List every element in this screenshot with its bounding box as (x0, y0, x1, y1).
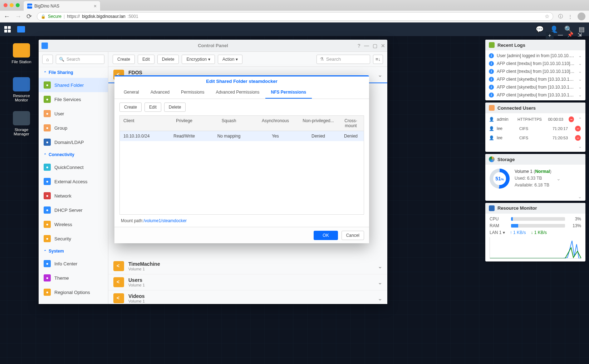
profile-icon[interactable] (578, 13, 585, 20)
chevron-down-icon[interactable]: ⌄ (378, 263, 382, 270)
chevron-down-icon[interactable]: ⌄ (578, 85, 582, 90)
window-maximize[interactable] (16, 3, 20, 7)
category-system[interactable]: System (39, 246, 108, 256)
disconnect-button[interactable]: – (569, 116, 574, 122)
back-button[interactable]: ← (4, 13, 10, 20)
category-connectivity[interactable]: Connectivity (39, 149, 108, 160)
sidebar-item[interactable]: ●Shared Folder (39, 78, 108, 92)
chevron-down-icon[interactable]: ⌄ (578, 93, 582, 98)
sidebar-item[interactable]: ●QuickConnect (39, 160, 108, 174)
sidebar-item[interactable]: ●Wireless (39, 217, 108, 231)
sort-button[interactable]: ≡↓ (373, 55, 383, 64)
add-widget-button[interactable]: + (546, 32, 554, 39)
info-icon[interactable]: ⓘ (558, 13, 563, 20)
chevron-down-icon[interactable]: ⌄ (378, 279, 382, 286)
minimize-icon[interactable]: — (364, 43, 369, 49)
sidebar-item[interactable]: ●User (39, 106, 108, 121)
browser-tab[interactable]: DSM BigDino NAS × (23, 1, 100, 11)
cancel-button[interactable]: Cancel (342, 231, 364, 240)
sidebar-item[interactable]: ●DHCP Server (39, 203, 108, 217)
main-menu-icon[interactable] (4, 26, 11, 33)
control-panel-taskbar-icon[interactable] (17, 26, 25, 33)
help-icon[interactable]: ? (357, 43, 360, 49)
chat-icon[interactable]: 💬 (536, 25, 544, 33)
sidebar-item[interactable]: ●Network (39, 189, 108, 203)
dialog-tab[interactable]: Permissions (175, 86, 210, 99)
widget-expand-icon[interactable]: ⇲ (578, 32, 582, 39)
log-row[interactable]: iAFP client [trexbu] from [10.10.10.110]… (485, 68, 585, 75)
chevron-down-icon[interactable]: ⌄ (378, 71, 382, 78)
widget-pin-icon[interactable]: 📌 (567, 32, 573, 39)
folder-name: Users (128, 277, 373, 283)
category-file-sharing[interactable]: File Sharing (39, 67, 108, 78)
sidebar-item-icon: ● (44, 164, 51, 171)
maximize-icon[interactable]: ▢ (373, 43, 377, 49)
sidebar-item[interactable]: ●Theme (39, 271, 108, 285)
window-minimize[interactable] (10, 3, 14, 7)
folder-search[interactable]: ⚗ Search (316, 55, 370, 64)
chevron-down-icon[interactable]: ⌄ (578, 53, 582, 58)
table-row[interactable]: 10.10.10.0/24 Read/Write No mapping Yes … (120, 131, 364, 141)
log-row[interactable]: iAFP client [skynetbu] from [10.10.10.11… (485, 75, 585, 83)
window-close[interactable] (4, 3, 8, 7)
sidebar-search[interactable]: 🔍 Search (56, 55, 104, 64)
nfs-create-button[interactable]: Create (119, 103, 142, 112)
desktop-icon[interactable]: Storage Manager (7, 111, 36, 136)
home-button[interactable]: ⌂ (42, 55, 53, 64)
desktop-icon[interactable]: Resource Monitor (7, 77, 36, 102)
desktop-icon[interactable]: File Station (7, 43, 36, 64)
dialog-tab[interactable]: General (118, 86, 145, 99)
bookmark-icon[interactable]: ☆ (545, 13, 549, 20)
chevron-up-icon[interactable]: ⌃ (578, 117, 582, 122)
create-button[interactable]: Create (113, 55, 135, 64)
dialog-tab[interactable]: NFS Permissions (265, 86, 312, 99)
window-titlebar[interactable]: Control Panel ? — ▢ ✕ (39, 40, 387, 52)
ram-percent: 13% (569, 223, 581, 228)
tab-close-icon[interactable]: × (94, 3, 97, 9)
chevron-down-icon[interactable]: ⌄ (578, 61, 582, 66)
chevron-down-icon[interactable]: ⌄ (485, 193, 585, 201)
reload-button[interactable]: ⟳ (26, 13, 32, 20)
dialog-tab[interactable]: Advanced (145, 86, 175, 99)
favicon: DSM (27, 4, 32, 9)
chevron-down-icon[interactable]: ⌄ (578, 77, 582, 82)
folder-volume: Volume 1 (128, 267, 373, 271)
nfs-edit-button[interactable]: Edit (144, 103, 161, 112)
disconnect-button[interactable]: – (575, 135, 581, 141)
chevron-down-icon[interactable]: ⌄ (485, 143, 585, 150)
log-row[interactable]: iAFP client [trexbu] from [10.10.10.110]… (485, 60, 585, 68)
sidebar-item[interactable]: ●Domain/LDAP (39, 135, 108, 149)
user-name: lee (497, 126, 516, 131)
address-bar[interactable]: 🔒 Secure | https://bigdisk.bigdinosaur.l… (37, 12, 553, 21)
action-button[interactable]: Action ▾ (218, 55, 242, 64)
forward-button[interactable]: → (15, 13, 21, 20)
log-row[interactable]: iAFP client [skynetbu] from [10.10.10.11… (485, 83, 585, 91)
sidebar-item[interactable]: ●Info Center (39, 256, 108, 271)
chevron-down-icon[interactable]: ⌄ (556, 176, 561, 181)
menu-icon[interactable]: ⋮ (568, 14, 573, 19)
nfs-delete-button[interactable]: Delete (164, 103, 186, 112)
sidebar-item[interactable]: ●File Services (39, 92, 108, 106)
edit-button[interactable]: Edit (138, 55, 154, 64)
sidebar-item[interactable]: ●Security (39, 231, 108, 246)
dialog-tab[interactable]: Advanced Permissions (210, 86, 265, 99)
encryption-button[interactable]: Encryption ▾ (182, 55, 215, 64)
folder-row[interactable]: TimeMachineVolume 1 ⌄ (108, 258, 387, 274)
ok-button[interactable]: OK (314, 231, 338, 240)
lan-label[interactable]: LAN 1 ▾ (490, 230, 505, 235)
folder-row[interactable]: VideosVolume 1 ⌄ (108, 290, 387, 304)
sidebar-item[interactable]: ●Regional Options (39, 285, 108, 299)
sidebar-item[interactable]: ●Group (39, 121, 108, 135)
folder-row[interactable]: UsersVolume 1 ⌄ (108, 274, 387, 290)
widget-minimize-icon[interactable]: — (558, 32, 563, 39)
delete-button[interactable]: Delete (157, 55, 179, 64)
chevron-down-icon[interactable]: ⌄ (378, 295, 382, 302)
log-row[interactable]: iUser [admin] logged in from [10.10.10.1… (485, 52, 585, 60)
log-row[interactable]: iAFP client [skynetbu] from [10.10.10.11… (485, 91, 585, 99)
disconnect-button[interactable]: – (575, 126, 581, 131)
folder-icon (113, 277, 124, 287)
sidebar-item-label: Regional Options (54, 290, 90, 295)
sidebar-item[interactable]: ●External Access (39, 174, 108, 189)
close-icon[interactable]: ✕ (381, 43, 385, 49)
chevron-down-icon[interactable]: ⌄ (578, 69, 582, 74)
